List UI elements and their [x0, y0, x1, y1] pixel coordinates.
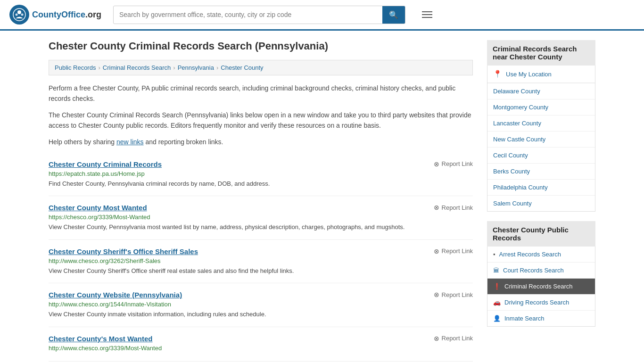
- inmate-icon: 👤: [493, 315, 501, 322]
- court-icon: 🏛: [493, 267, 499, 274]
- svg-point-3: [21, 14, 24, 16]
- county-link[interactable]: Cecil County: [487, 148, 595, 163]
- sidebar-public-records-section: Chester County Public Records ▪ Arrest R…: [487, 221, 595, 327]
- result-description: View Chester County, Pennsylvania most w…: [49, 222, 473, 232]
- result-item: Chester County Most Wanted ⊗ Report Link…: [49, 196, 473, 240]
- location-pin-icon: 📍: [493, 70, 502, 78]
- result-item: Chester County Criminal Records ⊗ Report…: [49, 153, 473, 197]
- result-title[interactable]: Chester County Most Wanted: [49, 204, 147, 212]
- sidebar: Criminal Records Search near Chester Cou…: [487, 40, 595, 362]
- menu-button[interactable]: [420, 9, 435, 20]
- list-item[interactable]: ▪ Arrest Records Search: [487, 247, 595, 263]
- use-location-link[interactable]: 📍 Use My Location: [487, 66, 595, 83]
- breadcrumb-public-records[interactable]: Public Records: [55, 64, 96, 71]
- logo-icon: [9, 5, 29, 25]
- search-button[interactable]: 🔍: [382, 6, 405, 24]
- search-bar: 🔍: [113, 6, 405, 24]
- report-icon: ⊗: [434, 335, 439, 342]
- list-item[interactable]: Salem County: [487, 196, 595, 211]
- list-item[interactable]: Lancaster County: [487, 115, 595, 132]
- sidebar-county-list: 📍 Use My Location Delaware County Montgo…: [487, 66, 595, 212]
- list-item[interactable]: Berks County: [487, 164, 595, 180]
- report-icon: ⊗: [434, 204, 439, 211]
- result-description: View Chester County inmate visitation in…: [49, 310, 473, 319]
- main-container: Chester County Criminal Records Search (…: [39, 31, 605, 362]
- result-url: https://epatch.state.pa.us/Home.jsp: [49, 170, 473, 177]
- breadcrumb-criminal-records[interactable]: Criminal Records Search: [103, 64, 171, 71]
- report-link[interactable]: ⊗ Report Link: [434, 160, 473, 168]
- county-link[interactable]: Montgomery County: [487, 99, 595, 115]
- county-link[interactable]: Berks County: [487, 164, 595, 179]
- result-url: http://www.chesco.org/1544/Inmate-Visita…: [49, 301, 473, 308]
- inmate-search-link[interactable]: 👤 Inmate Search: [487, 311, 595, 326]
- list-item[interactable]: Montgomery County: [487, 99, 595, 115]
- search-input[interactable]: [114, 7, 382, 22]
- list-item[interactable]: ❗ Criminal Records Search: [487, 279, 595, 295]
- list-item[interactable]: Delaware County: [487, 83, 595, 99]
- report-link[interactable]: ⊗ Report Link: [434, 204, 473, 211]
- svg-point-0: [13, 8, 25, 21]
- sidebar-records-list: ▪ Arrest Records Search 🏛 Court Records …: [487, 247, 595, 327]
- county-link[interactable]: Philadelphia County: [487, 180, 595, 195]
- result-item: Chester County Sheriff's Office Sheriff …: [49, 240, 473, 284]
- report-link[interactable]: ⊗ Report Link: [434, 335, 473, 342]
- sidebar-nearby-title: Criminal Records Search near Chester Cou…: [487, 40, 595, 66]
- result-url: http://www.chesco.org/3339/Most-Wanted: [49, 345, 473, 352]
- list-item[interactable]: Philadelphia County: [487, 180, 595, 196]
- menu-line: [422, 17, 432, 18]
- result-title[interactable]: Chester County Criminal Records: [49, 160, 162, 168]
- criminal-records-link[interactable]: ❗ Criminal Records Search: [487, 279, 595, 294]
- description-1: Perform a free Chester County, PA public…: [49, 83, 473, 104]
- result-item: Chester County Website (Pennsylvania) ⊗ …: [49, 283, 473, 327]
- site-header: CountyOffice.org 🔍: [0, 0, 644, 31]
- arrest-records-link[interactable]: ▪ Arrest Records Search: [487, 247, 595, 262]
- list-item[interactable]: 🚗 Driving Records Search: [487, 295, 595, 311]
- menu-line: [422, 11, 432, 12]
- court-records-link[interactable]: 🏛 Court Records Search: [487, 263, 595, 278]
- use-location-item[interactable]: 📍 Use My Location: [487, 66, 595, 83]
- description-3: Help others by sharing new links and rep…: [49, 137, 473, 147]
- result-description: Find Chester County, Pennsylvania crimin…: [49, 179, 473, 189]
- result-url: https://chesco.org/3339/Most-Wanted: [49, 214, 473, 221]
- page-title: Chester County Criminal Records Search (…: [49, 40, 473, 52]
- sidebar-nearby-section: Criminal Records Search near Chester Cou…: [487, 40, 595, 212]
- sidebar-public-records-title: Chester County Public Records: [487, 221, 595, 247]
- county-link[interactable]: Salem County: [487, 196, 595, 211]
- svg-point-2: [16, 14, 18, 16]
- description-2: The Chester County Criminal Records Sear…: [49, 110, 473, 131]
- county-link[interactable]: Lancaster County: [487, 115, 595, 131]
- arrest-icon: ▪: [493, 251, 495, 258]
- report-link[interactable]: ⊗ Report Link: [434, 291, 473, 298]
- svg-point-1: [17, 10, 21, 14]
- menu-line: [422, 14, 432, 15]
- county-link[interactable]: Delaware County: [487, 83, 595, 99]
- list-item[interactable]: 🏛 Court Records Search: [487, 263, 595, 279]
- result-title[interactable]: Chester County's Most Wanted: [49, 335, 153, 343]
- main-content: Chester County Criminal Records Search (…: [49, 40, 473, 362]
- result-title[interactable]: Chester County Sheriff's Office Sheriff …: [49, 247, 198, 255]
- driving-records-link[interactable]: 🚗 Driving Records Search: [487, 295, 595, 310]
- breadcrumb-pennsylvania[interactable]: Pennsylvania: [178, 64, 214, 71]
- result-title[interactable]: Chester County Website (Pennsylvania): [49, 291, 182, 299]
- new-links-link[interactable]: new links: [116, 138, 144, 146]
- county-link[interactable]: New Castle County: [487, 132, 595, 147]
- results-list: Chester County Criminal Records ⊗ Report…: [49, 153, 473, 362]
- report-icon: ⊗: [434, 160, 439, 168]
- breadcrumb: Public Records › Criminal Records Search…: [49, 60, 473, 75]
- report-link[interactable]: ⊗ Report Link: [434, 247, 473, 255]
- logo-area: CountyOffice.org: [9, 5, 104, 25]
- criminal-icon: ❗: [493, 283, 501, 290]
- result-item: Chester County's Most Wanted ⊗ Report Li…: [49, 327, 473, 362]
- result-url: http://www.chesco.org/3262/Sheriff-Sales: [49, 257, 473, 264]
- breadcrumb-chester-county[interactable]: Chester County: [221, 64, 263, 71]
- list-item[interactable]: Cecil County: [487, 148, 595, 164]
- driving-icon: 🚗: [493, 299, 501, 306]
- logo-text: CountyOffice.org: [32, 10, 101, 20]
- result-description: View Chester County Sheriff's Office she…: [49, 266, 473, 276]
- list-item[interactable]: New Castle County: [487, 132, 595, 148]
- report-icon: ⊗: [434, 291, 439, 298]
- list-item[interactable]: 👤 Inmate Search: [487, 311, 595, 326]
- report-icon: ⊗: [434, 247, 439, 255]
